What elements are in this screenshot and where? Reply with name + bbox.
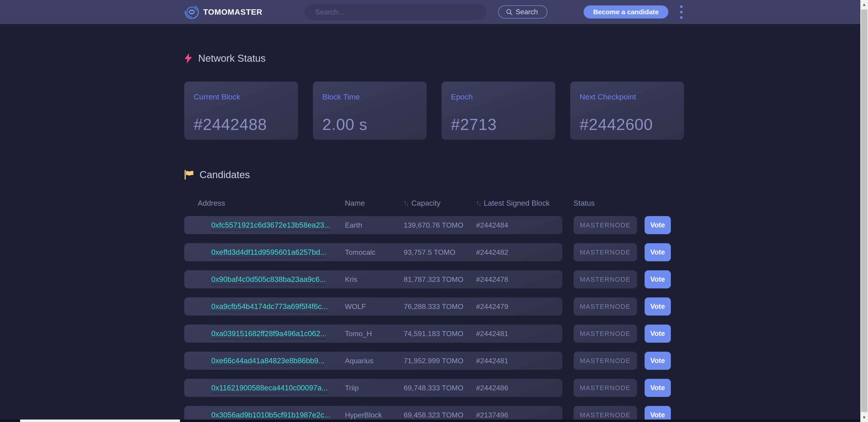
candidate-latest-signed-block: #2442484: [476, 221, 562, 229]
stat-value: #2442600: [580, 115, 675, 134]
candidate-capacity: 93,757.5 TOMO: [404, 248, 476, 257]
candidate-latest-signed-block: #2442482: [476, 248, 562, 257]
vote-button[interactable]: Vote: [645, 243, 671, 261]
sort-icon: ↑↓: [404, 200, 409, 207]
column-latest-signed-block-sort[interactable]: ↑↓ Latest Signed Block: [476, 199, 562, 207]
search-button-label: Search: [516, 8, 538, 16]
stat-label: Current Block: [194, 92, 288, 101]
candidate-address-link[interactable]: 0xfc5571921c6d3672e13b58ea23...: [211, 221, 331, 231]
top-navigation-bar: TOMOMASTER Search Become a candidate: [0, 0, 868, 24]
candidate-capacity: 71,952.999 TOMO: [404, 357, 476, 365]
become-candidate-button[interactable]: Become a candidate: [584, 5, 668, 19]
table-header: Address Name ↑↓ Capacity ↑↓ Latest Signe…: [184, 199, 684, 207]
candidate-capacity: 69,458.323 TOMO: [404, 411, 476, 419]
candidate-row-card[interactable]: 0x90baf4c0d505c838ba23aa9c6... Kris 81,7…: [184, 270, 562, 288]
search-button[interactable]: Search: [498, 5, 548, 19]
vote-button[interactable]: Vote: [645, 270, 671, 288]
vote-button[interactable]: Vote: [645, 352, 671, 370]
status-badge: MASTERNODE: [574, 297, 637, 316]
status-badge: MASTERNODE: [574, 379, 637, 397]
candidate-name: Tomocalc: [345, 248, 404, 257]
candidate-name: Aquarius: [345, 357, 404, 365]
candidate-capacity: 76,288.333 TOMO: [404, 302, 476, 311]
column-status: Status: [574, 199, 595, 207]
stat-value: #2442488: [194, 115, 288, 134]
candidates-title: Candidates: [200, 169, 250, 181]
candidate-name: Tomo_H: [345, 330, 404, 338]
table-row: 0x11621900588eca4410c00097a... Triip 69,…: [184, 379, 684, 397]
table-row: 0xeffd3d4df11d9595601a6257bd... Tomocalc…: [184, 243, 684, 261]
horizontal-scrollbar[interactable]: [0, 420, 860, 422]
table-row: 0xa039151682ff28f9a496a1c062... Tomo_H 7…: [184, 325, 684, 343]
candidate-address-link[interactable]: 0x90baf4c0d505c838ba23aa9c6...: [211, 275, 326, 285]
network-status-title: Network Status: [198, 53, 266, 64]
candidate-latest-signed-block: #2442481: [476, 357, 562, 365]
candidate-row-card[interactable]: 0xa9cfb54b4174dc773a69f5f4f6c... WOLF 76…: [184, 297, 562, 316]
brand[interactable]: TOMOMASTER: [184, 4, 262, 20]
candidate-address-link[interactable]: 0xeffd3d4df11d9595601a6257bd...: [211, 248, 327, 258]
column-capacity: Capacity: [411, 199, 440, 207]
lightning-bolt-icon: [184, 53, 192, 64]
candidate-address-link[interactable]: 0xa9cfb54b4174dc773a69f5f4f6c...: [211, 302, 328, 312]
vote-button[interactable]: Vote: [645, 216, 671, 234]
candidate-row-card[interactable]: 0xeffd3d4df11d9595601a6257bd... Tomocalc…: [184, 243, 562, 261]
candidate-name: Earth: [345, 221, 404, 229]
brand-title: TOMOMASTER: [203, 7, 262, 17]
stat-label: Next Checkpoint: [580, 92, 675, 101]
candidate-row-card[interactable]: 0xe66c44ad41a84823e8b86bb9... Aquarius 7…: [184, 352, 562, 370]
vertical-scrollbar[interactable]: ▲ ▼: [860, 0, 868, 422]
kebab-menu-icon[interactable]: [679, 4, 684, 20]
status-badge: MASTERNODE: [574, 243, 637, 261]
candidate-latest-signed-block: #2137496: [476, 411, 562, 419]
candidate-address-link[interactable]: 0xa039151682ff28f9a496a1c062...: [211, 329, 327, 339]
stat-label: Epoch: [451, 92, 546, 101]
candidate-row-card[interactable]: 0xa039151682ff28f9a496a1c062... Tomo_H 7…: [184, 325, 562, 343]
network-stat-card: Current Block #2442488: [184, 82, 298, 140]
scroll-down-arrow-icon[interactable]: ▼: [860, 413, 868, 422]
candidate-latest-signed-block: #2442486: [476, 384, 562, 392]
candidate-latest-signed-block: #2442481: [476, 330, 562, 338]
table-row: 0xa9cfb54b4174dc773a69f5f4f6c... WOLF 76…: [184, 297, 684, 316]
stat-label: Block Time: [322, 92, 417, 101]
vote-button[interactable]: Vote: [645, 297, 671, 316]
table-row: 0xe66c44ad41a84823e8b86bb9... Aquarius 7…: [184, 352, 684, 370]
candidate-row-card[interactable]: 0xfc5571921c6d3672e13b58ea23... Earth 13…: [184, 216, 562, 234]
network-status-cards: Current Block #2442488 Block Time 2.00 s…: [184, 82, 684, 140]
network-stat-card: Next Checkpoint #2442600: [570, 82, 684, 140]
stat-value: #2713: [451, 115, 546, 134]
scroll-up-arrow-icon[interactable]: ▲: [860, 0, 868, 9]
status-badge: MASTERNODE: [574, 352, 637, 370]
tomomaster-logo-icon: [184, 4, 199, 20]
candidate-latest-signed-block: #2442478: [476, 275, 562, 284]
column-capacity-sort[interactable]: ↑↓ Capacity: [404, 199, 476, 207]
candidates-table: 0xfc5571921c6d3672e13b58ea23... Earth 13…: [184, 216, 684, 422]
status-badge: MASTERNODE: [574, 270, 637, 288]
candidate-name: HyperBlock: [345, 411, 404, 419]
status-badge: MASTERNODE: [574, 216, 637, 234]
vertical-scrollbar-thumb[interactable]: [861, 9, 867, 412]
candidate-capacity: 139,670.76 TOMO: [404, 221, 476, 229]
stat-value: 2.00 s: [322, 115, 417, 134]
candidate-address-link[interactable]: 0x3056ad9b1010b5cf91b1987e2c...: [211, 411, 331, 421]
table-row: 0xfc5571921c6d3672e13b58ea23... Earth 13…: [184, 216, 684, 234]
candidate-address-link[interactable]: 0xe66c44ad41a84823e8b86bb9...: [211, 356, 325, 366]
flag-icon: [184, 170, 194, 180]
network-stat-card: Block Time 2.00 s: [313, 82, 427, 140]
status-badge: MASTERNODE: [574, 325, 637, 343]
vote-button[interactable]: Vote: [645, 325, 671, 343]
search-icon: [506, 9, 513, 15]
search-input[interactable]: [304, 4, 486, 20]
candidate-name: WOLF: [345, 302, 404, 311]
candidate-row-card[interactable]: 0x11621900588eca4410c00097a... Triip 69,…: [184, 379, 562, 397]
main-content: Network Status Current Block #2442488 Bl…: [184, 24, 684, 422]
candidate-name: Kris: [345, 275, 404, 284]
candidates-heading: Candidates: [184, 169, 684, 181]
network-stat-card: Epoch #2713: [441, 82, 555, 140]
horizontal-scrollbar-thumb[interactable]: [20, 420, 180, 422]
vote-button[interactable]: Vote: [645, 379, 671, 397]
candidate-capacity: 69,748.333 TOMO: [404, 384, 476, 392]
column-latest-signed-block: Latest Signed Block: [484, 199, 550, 207]
candidate-address-link[interactable]: 0x11621900588eca4410c00097a...: [211, 384, 328, 393]
candidate-capacity: 81,787.323 TOMO: [404, 275, 476, 284]
candidate-capacity: 74,591.183 TOMO: [404, 330, 476, 338]
